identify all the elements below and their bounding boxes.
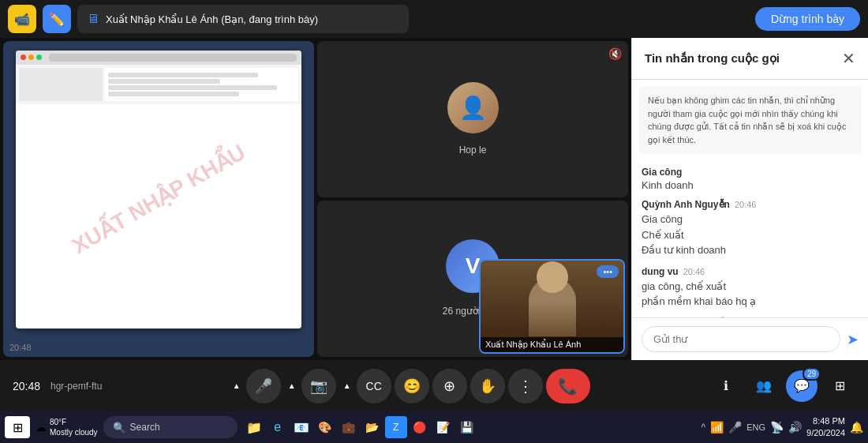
main-area: XUẤT NHẬP KHẨU 20:48 🔇 👤 Hop le V 26 ngư… — [0, 38, 868, 360]
screen-share-icon: 🖥 — [87, 12, 99, 26]
chat-send-button[interactable]: ➤ — [847, 331, 859, 348]
captions-button[interactable]: CC — [357, 369, 391, 404]
chat-sender-1: Gia công — [642, 167, 859, 178]
camera-group: ▲ 📷 — [284, 369, 336, 404]
taskbar-apps: 📁 e 📧 🎨 💼 📂 Z 🔴 📝 💾 — [243, 416, 478, 438]
expand-captions-button[interactable]: ▲ — [339, 370, 355, 402]
weather-text: 80°FMostly cloudy — [50, 417, 98, 437]
chat-messages: Gia công Kinh doanh Quỳnh Anh Nguyễn 20:… — [632, 160, 868, 317]
top-bar: 📹 ✏️ 🖥 Xuất Nhập Khẩu Lê Ánh (Bạn, đang … — [0, 0, 868, 38]
chat-sender-2: Quỳnh Anh Nguyễn — [642, 199, 730, 210]
system-tray: ^ 📶 🎤 ENG 📡 🔊 8:48 PM 9/20/2024 🔔 — [702, 415, 863, 440]
meeting-title: Xuất Nhập Khẩu Lê Ánh (Bạn, đang trình b… — [106, 13, 318, 25]
chat-text-1: Kinh doanh — [642, 179, 859, 191]
tray-network[interactable]: 📶 — [710, 421, 724, 434]
search-icon: 🔍 — [113, 422, 125, 434]
clock-time: 8:48 PM — [806, 415, 845, 427]
edit-icon[interactable]: ✏️ — [43, 5, 71, 33]
taskbar-app-misc[interactable]: 💾 — [456, 416, 478, 438]
search-label: Search — [130, 422, 160, 433]
presenter-name: Xuất Nhập Khẩu Lê Ánh — [481, 337, 623, 352]
chat-header-2: Quỳnh Anh Nguyễn 20:46 — [642, 199, 859, 210]
taskbar-app-files[interactable]: 📁 — [243, 416, 265, 438]
chat-panel: Tin nhắn trong cuộc gọi ✕ Nếu bạn không … — [631, 38, 868, 360]
hop-le-avatar: 👤 — [447, 82, 499, 133]
present-button[interactable]: ⊕ — [432, 369, 467, 404]
taskbar-app-zoom[interactable]: Z — [385, 416, 407, 438]
meeting-title-bar: 🖥 Xuất Nhập Khẩu Lê Ánh (Bạn, đang trình… — [77, 5, 409, 33]
mic-button[interactable]: 🎤 — [246, 369, 281, 404]
chat-header: Tin nhắn trong cuộc gọi ✕ — [632, 38, 868, 80]
tray-wifi[interactable]: 📡 — [770, 421, 784, 434]
screen-share-cell: XUẤT NHẬP KHẨU 20:48 — [3, 41, 314, 357]
camera-button[interactable]: 📷 — [301, 369, 336, 404]
captions-group: ▲ CC — [339, 369, 391, 404]
control-bar: 20:48 hgr-pemf-ftu ▲ 🎤 ▲ 📷 ▲ CC 😊 ⊕ ✋ ⋮ … — [0, 360, 868, 411]
chat-text-2: Gia côngChế xuấtĐầu tư kinh doanh — [642, 212, 859, 258]
taskbar-app-explorer[interactable]: 📂 — [361, 416, 383, 438]
raise-hand-button[interactable]: ✋ — [470, 369, 505, 404]
presenter-tile: Xuất Nhập Khẩu Lê Ánh ••• — [479, 259, 625, 354]
chat-message-1: Gia công Kinh doanh — [642, 167, 859, 191]
chat-input[interactable] — [642, 326, 840, 352]
tray-volume[interactable]: 🔊 — [788, 421, 802, 434]
chat-badge: 29 — [803, 367, 821, 381]
end-call-button[interactable]: 📞 — [546, 369, 590, 404]
chat-title: Tin nhắn trong cuộc gọi — [645, 51, 780, 66]
chat-time-3: 20:46 — [683, 267, 705, 276]
tray-lang[interactable]: ENG — [746, 422, 765, 432]
taskbar: ⊞ ☁ 80°FMostly cloudy 🔍 Search 📁 e 📧 🎨 💼… — [0, 411, 868, 443]
chat-header-3: dung vu 20:46 — [642, 266, 859, 277]
taskbar-app-record[interactable]: 🔴 — [409, 416, 431, 438]
weather-widget[interactable]: ☁ 80°FMostly cloudy — [32, 417, 101, 437]
chat-message-3: dung vu 20:46 gia công, chế xuấtphần mềm… — [642, 266, 859, 310]
tray-notification[interactable]: 🔔 — [850, 421, 863, 434]
chat-sender-3: dung vu — [642, 266, 679, 277]
google-meet-icon[interactable]: 📹 — [8, 5, 36, 33]
emoji-button[interactable]: 😊 — [395, 369, 429, 404]
meeting-id: hgr-pemf-ftu — [51, 381, 102, 392]
presenter-options[interactable]: ••• — [597, 265, 619, 278]
taskbar-app-mail[interactable]: 📧 — [290, 416, 312, 438]
tray-mic[interactable]: 🎤 — [728, 421, 742, 434]
info-button[interactable]: ℹ — [710, 370, 742, 402]
chat-message-2: Quỳnh Anh Nguyễn 20:46 Gia côngChế xuấtĐ… — [642, 199, 859, 258]
expand-camera-button[interactable]: ▲ — [284, 370, 300, 402]
stop-presenting-button[interactable]: Dừng trình bày — [755, 7, 860, 31]
activities-button[interactable]: ⊞ — [824, 370, 855, 402]
chat-button-wrapper: 💬 29 — [786, 370, 817, 402]
weather-detail: 80°FMostly cloudy — [50, 417, 98, 437]
more-options-button[interactable]: ⋮ — [508, 369, 543, 404]
chat-input-area: ➤ — [632, 317, 868, 360]
mic-off-icon: 🔇 — [608, 47, 622, 60]
meeting-time: 20:48 — [13, 380, 44, 392]
chat-text-3: gia công, chế xuấtphần mềm khai báo hq ạ — [642, 279, 859, 310]
taskbar-search-box[interactable]: 🔍 Search — [103, 416, 238, 438]
start-button[interactable]: ⊞ — [5, 416, 30, 438]
participant-hop-le: 🔇 👤 Hop le — [317, 41, 628, 197]
taskbar-app-edge[interactable]: e — [267, 416, 289, 438]
tray-chevron[interactable]: ^ — [702, 422, 706, 433]
chat-close-button[interactable]: ✕ — [842, 49, 855, 68]
right-icons: ℹ 👥 💬 29 ⊞ — [710, 370, 855, 402]
expand-mic-button[interactable]: ▲ — [229, 370, 245, 402]
hop-le-name: Hop le — [455, 143, 492, 157]
clock-date: 9/20/2024 — [806, 427, 845, 439]
taskbar-app-word[interactable]: 📝 — [432, 416, 455, 438]
screen-time: 20:48 — [9, 343, 32, 352]
taskbar-app-teams[interactable]: 💼 — [338, 416, 360, 438]
clock[interactable]: 8:48 PM 9/20/2024 — [806, 415, 845, 440]
chat-notice: Nếu bạn không ghim các tin nhắn, thì chỉ… — [638, 86, 862, 154]
chat-time-2: 20:46 — [735, 200, 757, 209]
people-button[interactable]: 👥 — [748, 370, 780, 402]
mic-group: ▲ 🎤 — [229, 369, 281, 404]
taskbar-app-paint[interactable]: 🎨 — [314, 416, 336, 438]
